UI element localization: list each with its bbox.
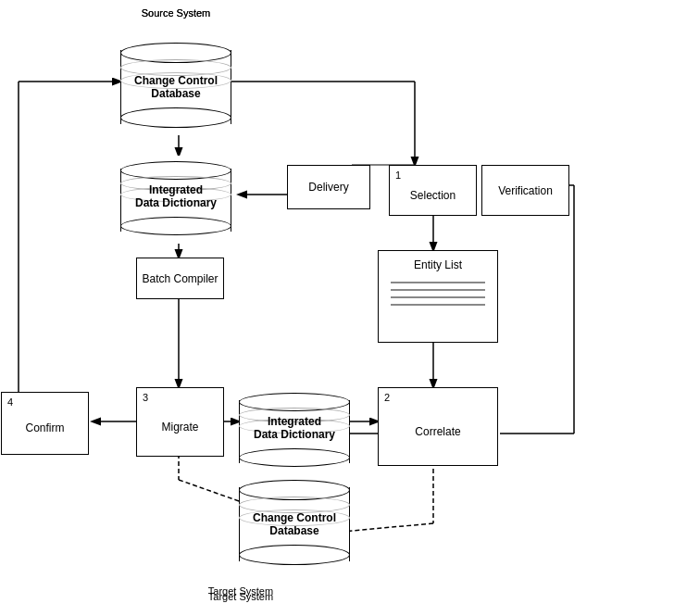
change-control-src-cylinder: Change Control Database [120,35,231,135]
migrate-box: 3 Migrate [136,387,224,457]
correlate-box: 2 Correlate [378,387,498,466]
diagram: Source System Target System Change Contr… [0,0,674,616]
integrated-dict-tgt-cylinder: Integrated Data Dictionary [239,387,350,475]
verification-box: Verification [481,165,569,216]
integrated-dict-src-cylinder: Integrated Data Dictionary [120,156,231,244]
selection-box: 1 Selection [389,165,477,216]
confirm-box: 4 Confirm [1,392,89,455]
entity-list-box: Entity List [378,250,498,343]
batch-compiler-box: Batch Compiler [136,258,224,299]
change-control-tgt-cylinder: Change Control Database [239,472,350,572]
target-system-text: Target System [185,585,296,597]
delivery-box: Delivery [287,165,370,209]
source-system-text: Source System [120,7,231,19]
